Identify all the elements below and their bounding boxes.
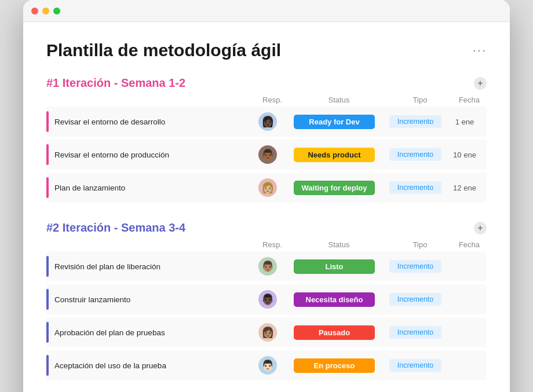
- tipo-badge[interactable]: Incremento: [389, 359, 441, 372]
- task-name-cell: Revisar el entorno de desarrollo: [46, 111, 250, 132]
- add-task-button-1[interactable]: +: [474, 77, 487, 90]
- task-name-cell: Revisar el entorno de producción: [46, 144, 250, 165]
- tipo-badge[interactable]: Incremento: [389, 326, 441, 339]
- tipo-cell[interactable]: Incremento: [384, 115, 447, 128]
- iteration-header-1: #1 Iteración - Semana 1-2+: [46, 76, 487, 90]
- col-header-fecha-2: Fecha: [452, 240, 487, 249]
- status-badge[interactable]: Pausado: [294, 325, 375, 340]
- task-name: Revisar el entorno de producción: [54, 151, 169, 159]
- status-cell[interactable]: Necesita diseño: [285, 292, 384, 307]
- task-left-border: [46, 111, 49, 132]
- fecha-cell: 1 ene: [447, 118, 482, 126]
- status-cell[interactable]: Needs product: [285, 148, 384, 162]
- avatar: 👨🏽: [258, 257, 277, 276]
- traffic-lights: [31, 8, 60, 14]
- iteration-section-1: #1 Iteración - Semana 1-2+Resp.StatusTip…: [46, 76, 487, 203]
- status-badge[interactable]: Ready for Dev: [294, 115, 375, 129]
- tipo-cell[interactable]: Incremento: [384, 293, 447, 306]
- table-row[interactable]: Revisar el entorno de desarrollo👩🏿Ready …: [46, 107, 487, 137]
- avatar-cell: 👨🏽: [250, 257, 285, 276]
- avatar-emoji: 👩🏽: [261, 323, 274, 342]
- avatar-cell: 👨🏻: [250, 356, 285, 375]
- task-name-cell: Revisión del plan de liberación: [46, 256, 250, 277]
- fecha-cell: 10 ene: [447, 151, 482, 159]
- page-header: Plantilla de metodología ágil ···: [46, 41, 487, 60]
- tipo-badge[interactable]: Incremento: [389, 148, 441, 161]
- task-name-cell: Aceptación del uso de la prueba: [46, 355, 250, 376]
- task-name: Aceptación del uso de la prueba: [54, 361, 166, 370]
- col-header-status-2: Status: [290, 240, 388, 249]
- avatar-cell: 👩🏿: [250, 112, 285, 131]
- task-name: Aprobación del plan de pruebas: [54, 328, 165, 337]
- table-row[interactable]: Aprobación del plan de pruebas👩🏽PausadoI…: [46, 317, 487, 347]
- status-cell[interactable]: Pausado: [285, 325, 384, 340]
- status-badge[interactable]: Waiting for deploy: [294, 181, 375, 195]
- tipo-cell[interactable]: Incremento: [384, 260, 447, 273]
- avatar: 👨🏻: [258, 356, 277, 375]
- status-cell[interactable]: Listo: [285, 259, 384, 274]
- fullscreen-button[interactable]: [53, 8, 60, 14]
- avatar-emoji: 👨🏿: [261, 290, 274, 309]
- status-badge[interactable]: Listo: [294, 259, 375, 274]
- tipo-badge[interactable]: Incremento: [389, 181, 441, 194]
- task-left-border: [46, 256, 49, 277]
- avatar-cell: 👨🏿: [250, 290, 285, 309]
- avatar: 👩🏽: [258, 323, 277, 342]
- avatar: 👨🏾: [258, 145, 277, 164]
- tipo-cell[interactable]: Incremento: [384, 359, 447, 372]
- task-left-border: [46, 322, 49, 343]
- task-name-cell: Construir lanzamiento: [46, 289, 250, 310]
- avatar: 👩🏼: [258, 178, 277, 197]
- col-header-tipo-1: Tipo: [388, 96, 452, 104]
- status-cell[interactable]: Waiting for deploy: [285, 181, 384, 195]
- avatar-emoji: 👨🏻: [261, 356, 274, 375]
- avatar-emoji: 👨🏾: [261, 145, 274, 164]
- table-row[interactable]: Construir lanzamiento👨🏿Necesita diseñoIn…: [46, 284, 487, 314]
- avatar: 👩🏿: [258, 112, 277, 131]
- page-title: Plantilla de metodología ágil: [46, 41, 281, 60]
- task-left-border: [46, 144, 49, 165]
- tipo-badge[interactable]: Incremento: [389, 293, 441, 306]
- col-header-resp-2: Resp.: [255, 240, 290, 249]
- task-name: Plan de lanzamiento: [54, 184, 125, 192]
- table-row[interactable]: Aceptación del uso de la prueba👨🏻En proc…: [46, 350, 487, 380]
- status-badge[interactable]: En proceso: [294, 358, 375, 373]
- table-row[interactable]: Plan de lanzamiento👩🏼Waiting for deployI…: [46, 173, 487, 203]
- table-row[interactable]: Revisión del plan de liberación👨🏽ListoIn…: [46, 251, 487, 281]
- main-window: Plantilla de metodología ágil ··· #1 Ite…: [23, 0, 510, 392]
- status-badge[interactable]: Necesita diseño: [294, 292, 375, 307]
- tipo-badge[interactable]: Incremento: [389, 115, 441, 128]
- more-options-button[interactable]: ···: [473, 43, 487, 58]
- add-task-button-2[interactable]: +: [474, 222, 487, 235]
- col-headers-2: Resp.StatusTipoFecha: [46, 240, 487, 251]
- task-name-cell: Plan de lanzamiento: [46, 177, 250, 198]
- table-row[interactable]: Revisar el entorno de producción👨🏾Needs …: [46, 140, 487, 170]
- task-name: Revisar el entorno de desarrollo: [54, 118, 165, 126]
- close-button[interactable]: [31, 8, 38, 14]
- content-area: Plantilla de metodología ágil ··· #1 Ite…: [23, 22, 510, 392]
- iteration-header-2: #2 Iteración - Semana 3-4+: [46, 221, 487, 235]
- col-header-resp-1: Resp.: [255, 96, 290, 104]
- avatar-cell: 👩🏽: [250, 323, 285, 342]
- col-headers-1: Resp.StatusTipoFecha: [46, 96, 487, 107]
- task-name: Construir lanzamiento: [54, 295, 130, 304]
- col-header-tipo-2: Tipo: [388, 240, 452, 249]
- iteration-title-1: #1 Iteración - Semana 1-2: [46, 76, 185, 90]
- status-cell[interactable]: En proceso: [285, 358, 384, 373]
- iteration-section-2: #2 Iteración - Semana 3-4+Resp.StatusTip…: [46, 221, 487, 380]
- task-left-border: [46, 355, 49, 376]
- task-left-border: [46, 177, 49, 198]
- titlebar: [23, 0, 510, 22]
- tipo-cell[interactable]: Incremento: [384, 326, 447, 339]
- iterations-container: #1 Iteración - Semana 1-2+Resp.StatusTip…: [46, 76, 487, 380]
- minimize-button[interactable]: [42, 8, 49, 14]
- iteration-title-2: #2 Iteración - Semana 3-4: [46, 221, 185, 235]
- avatar: 👨🏿: [258, 290, 277, 309]
- tipo-cell[interactable]: Incremento: [384, 148, 447, 161]
- status-cell[interactable]: Ready for Dev: [285, 115, 384, 129]
- tipo-badge[interactable]: Incremento: [389, 260, 441, 273]
- avatar-cell: 👨🏾: [250, 145, 285, 164]
- status-badge[interactable]: Needs product: [294, 148, 375, 162]
- tipo-cell[interactable]: Incremento: [384, 181, 447, 194]
- fecha-cell: 12 ene: [447, 184, 482, 192]
